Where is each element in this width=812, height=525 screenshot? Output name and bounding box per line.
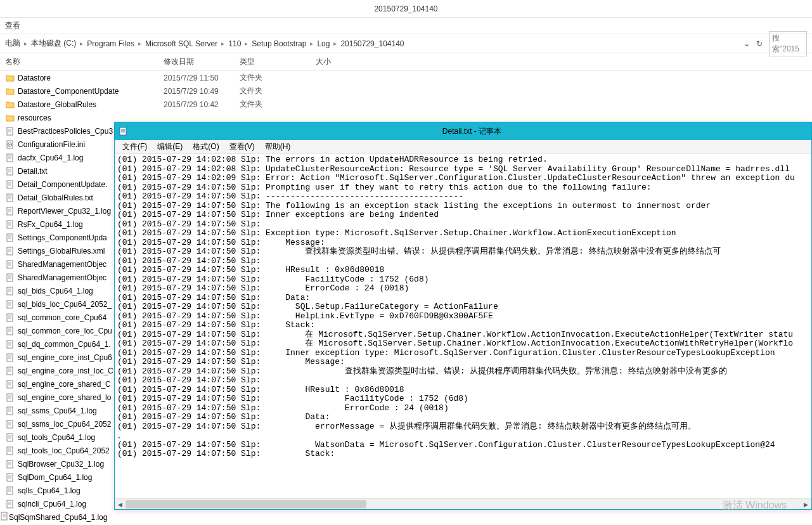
svg-rect-83 <box>7 407 13 415</box>
explorer-title-bar: 20150729_104140 <box>0 0 812 18</box>
breadcrumb-segment[interactable]: Setup Bootstrap <box>252 39 306 48</box>
file-icon <box>5 233 15 243</box>
file-type: 文件夹 <box>240 72 316 83</box>
file-icon <box>5 472 15 483</box>
file-icon <box>5 419 15 429</box>
file-icon <box>5 366 15 376</box>
file-name: Datastore_ComponentUpdate <box>18 87 164 96</box>
svg-rect-115 <box>120 127 126 135</box>
file-type: 文件夹 <box>240 99 316 110</box>
file-row[interactable]: Datastore_GlobalRules2015/7/29 10:42文件夹 <box>0 98 812 111</box>
notepad-content[interactable]: (01) 2015-07-29 14:02:08 Slp: The errors… <box>115 154 811 496</box>
file-icon <box>5 246 15 256</box>
breadcrumb-segment[interactable]: Program Files <box>87 39 134 48</box>
dropdown-icon[interactable]: ⌄ <box>744 39 750 48</box>
svg-rect-71 <box>7 367 13 375</box>
file-icon <box>5 459 15 469</box>
col-date[interactable]: 修改日期 <box>164 56 240 67</box>
col-size[interactable]: 大小 <box>316 56 366 67</box>
horizontal-scrollbar[interactable]: ◄ ► <box>115 498 811 509</box>
file-icon <box>5 273 15 283</box>
explorer-title: 20150729_104140 <box>374 4 437 13</box>
menu-item[interactable]: 文件(F) <box>119 140 151 153</box>
menu-item[interactable]: 格式(O) <box>189 140 222 153</box>
scroll-left-icon[interactable]: ◄ <box>115 499 126 510</box>
svg-rect-15 <box>7 181 13 188</box>
col-type[interactable]: 类型 <box>240 56 316 67</box>
breadcrumb-segment[interactable]: 20150729_104140 <box>340 39 404 48</box>
svg-rect-7 <box>7 154 13 162</box>
breadcrumb-segment[interactable]: Microsoft SQL Server <box>145 39 217 48</box>
scrollbar-thumb[interactable] <box>126 500 366 509</box>
folder-icon <box>5 100 15 110</box>
svg-rect-27 <box>7 221 13 228</box>
file-icon <box>5 446 15 456</box>
file-icon <box>5 206 15 216</box>
file-icon <box>5 432 15 443</box>
svg-rect-103 <box>7 474 13 481</box>
svg-rect-0 <box>7 127 13 135</box>
file-icon <box>5 326 15 336</box>
breadcrumb-segment[interactable]: 本地磁盘 (C:) <box>31 38 76 49</box>
folder-icon <box>5 86 15 96</box>
file-icon <box>0 512 9 522</box>
scroll-right-icon[interactable]: ► <box>801 499 811 510</box>
folder-icon <box>5 73 15 83</box>
file-date: 2015/7/29 10:42 <box>164 100 240 109</box>
breadcrumb[interactable]: 电脑▸本地磁盘 (C:)▸Program Files▸Microsoft SQL… <box>5 38 744 49</box>
svg-rect-75 <box>7 380 13 388</box>
chevron-right-icon: ▸ <box>333 40 337 47</box>
breadcrumb-segment[interactable]: 电脑 <box>5 38 20 49</box>
svg-rect-59 <box>7 327 13 335</box>
file-icon <box>5 339 15 349</box>
file-name: SqlSqmShared_Cpu64_1.log <box>9 513 107 522</box>
menu-item[interactable]: 编辑(E) <box>153 140 186 153</box>
folder-icon <box>5 113 15 123</box>
search-input[interactable]: 搜索"2015 <box>769 31 807 56</box>
address-bar: 电脑▸本地磁盘 (C:)▸Program Files▸Microsoft SQL… <box>0 34 812 53</box>
svg-rect-107 <box>7 487 13 495</box>
file-name: Datastore_GlobalRules <box>18 100 164 109</box>
tab-view[interactable]: 查看 <box>5 21 20 30</box>
nav-icons: ⌄ ↻ <box>744 39 763 48</box>
file-icon <box>5 193 15 203</box>
svg-rect-55 <box>7 314 13 321</box>
svg-rect-67 <box>7 354 13 361</box>
notepad-titlebar[interactable]: Detail.txt - 记事本 <box>115 122 811 140</box>
file-row[interactable]: Datastore2015/7/29 11:50文件夹 <box>0 71 812 84</box>
notepad-title: Detail.txt - 记事本 <box>132 122 811 140</box>
file-icon <box>5 286 15 296</box>
file-icon <box>5 406 15 416</box>
file-icon <box>5 353 15 363</box>
menu-item[interactable]: 帮助(H) <box>261 140 295 153</box>
svg-rect-39 <box>7 261 13 268</box>
chevron-right-icon: ▸ <box>24 40 27 47</box>
breadcrumb-segment[interactable]: Log <box>317 39 330 48</box>
file-icon <box>5 179 15 190</box>
svg-rect-35 <box>7 247 13 255</box>
refresh-icon[interactable]: ↻ <box>756 39 763 48</box>
ribbon-tabs: 查看 <box>0 18 812 34</box>
file-row-partial[interactable]: SqlSqmShared_Cpu64_1.log <box>0 510 190 524</box>
file-icon <box>5 392 15 403</box>
file-type: 文件夹 <box>240 86 316 96</box>
breadcrumb-segment[interactable]: 110 <box>228 39 241 48</box>
svg-rect-51 <box>7 301 13 308</box>
svg-rect-31 <box>7 234 13 242</box>
file-icon <box>5 166 15 176</box>
ini-icon <box>5 139 15 150</box>
chevron-right-icon: ▸ <box>138 40 141 47</box>
file-row[interactable]: Datastore_ComponentUpdate2015/7/29 10:49… <box>0 84 812 98</box>
svg-point-6 <box>10 144 11 145</box>
file-icon <box>5 313 15 323</box>
col-name[interactable]: 名称 <box>0 56 164 67</box>
svg-rect-95 <box>7 447 13 455</box>
svg-rect-119 <box>1 512 7 520</box>
chevron-right-icon: ▸ <box>221 40 224 47</box>
notepad-menubar: 文件(F)编辑(E)格式(O)查看(V)帮助(H) <box>115 140 811 154</box>
file-name: resources <box>18 113 164 122</box>
menu-item[interactable]: 查看(V) <box>226 140 259 153</box>
svg-rect-79 <box>7 394 13 401</box>
svg-rect-91 <box>7 434 13 441</box>
watermark-line1: 激活 Windows <box>723 499 787 512</box>
